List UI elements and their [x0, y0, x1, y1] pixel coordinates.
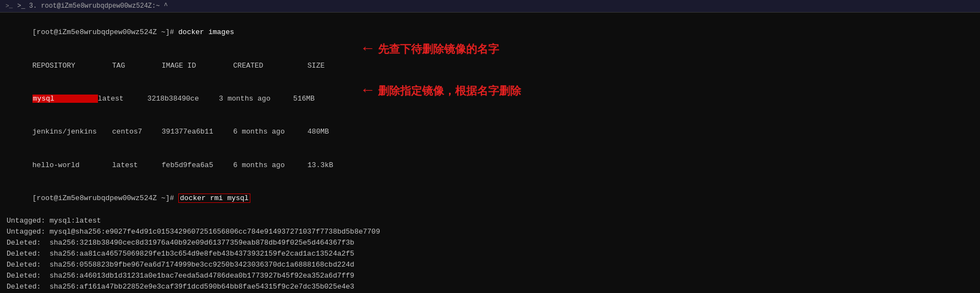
output-line-4: Deleted: sha256:0558823b9fbe967ea6d71749…: [7, 259, 973, 270]
output-line-5: Deleted: sha256:a46013db1d31231a0e1bac7e…: [7, 270, 973, 281]
img0-tag: latest: [98, 93, 147, 104]
image-row-2: hello-world latest feb5d9fea6a5 6 months…: [7, 149, 973, 182]
annotation-2: ← 删除指定镜像，根据名字删除: [363, 83, 521, 98]
arrow-icon-2: ←: [363, 83, 373, 98]
img1-tag: centos7: [112, 126, 162, 137]
mysql-highlight: mysql: [32, 95, 98, 103]
img2-id: feb5d9fea6a5: [162, 160, 233, 171]
img0-id: 3218b38490ce: [147, 93, 219, 104]
img2-tag: latest: [112, 160, 162, 171]
arrow-icon-1: ←: [363, 41, 373, 57]
output-line-3: Deleted: sha256:aa81ca46575069829fe1b3c6…: [7, 248, 973, 259]
img1-id: 391377ea6b11: [162, 126, 233, 137]
terminal-body: [root@iZm5e8wrubqdpew00wz524Z ~]# docker…: [0, 13, 980, 293]
img1-size: 480MB: [308, 126, 329, 137]
cmd-1: docker images: [178, 28, 234, 36]
annotation-text-1: 先查下待删除镜像的名字: [378, 42, 499, 57]
header-repo: REPOSITORY: [32, 60, 112, 71]
header-created: CREATED: [233, 60, 308, 71]
output-line-1: Untagged: mysql@sha256:e9027fe4d91c01534…: [7, 226, 973, 237]
output-line-2: Deleted: sha256:3218b38490cec8d31976a40b…: [7, 237, 973, 248]
annotation-text-2: 删除指定镜像，根据名字删除: [378, 84, 521, 98]
img2-repo: hello-world: [32, 160, 112, 171]
img2-created: 6 months ago: [233, 160, 308, 171]
output-line-0: Untagged: mysql:latest: [7, 215, 973, 226]
terminal-window: >_ >_ 3. root@iZm5e8wrubqdpew00wz524Z:~ …: [0, 0, 980, 293]
img2-size: 13.3kB: [308, 160, 333, 171]
img1-repo: jenkins/jenkins: [32, 126, 112, 137]
title-bar-label: >_ 3. root@iZm5e8wrubqdpew00wz524Z:~ ^: [17, 2, 168, 10]
header-tag: TAG: [112, 60, 162, 71]
output-line-6: Deleted: sha256:af161a47bb22852e9e3caf39…: [7, 281, 973, 292]
prompt-2: [root@iZm5e8wrubqdpew00wz524Z ~]#: [32, 194, 178, 202]
header-id: IMAGE ID: [162, 60, 233, 71]
terminal-icon: >_: [6, 3, 13, 9]
title-bar: >_ >_ 3. root@iZm5e8wrubqdpew00wz524Z:~ …: [0, 0, 980, 13]
annotation-1: ← 先查下待删除镜像的名字: [363, 41, 499, 57]
image-row-1: jenkins/jenkinscentos7 391377ea6b11 6 mo…: [7, 115, 973, 148]
img0-size: 516MB: [293, 93, 315, 104]
command-line-2: [root@iZm5e8wrubqdpew00wz524Z ~]# docker…: [7, 182, 973, 215]
img0-created: 3 months ago: [219, 93, 293, 104]
img1-created: 6 months ago: [233, 126, 308, 137]
header-size: SIZE: [308, 60, 325, 71]
prompt-1: [root@iZm5e8wrubqdpew00wz524Z ~]#: [32, 28, 178, 36]
cmd-2-highlighted: docker rmi mysql: [178, 194, 250, 203]
